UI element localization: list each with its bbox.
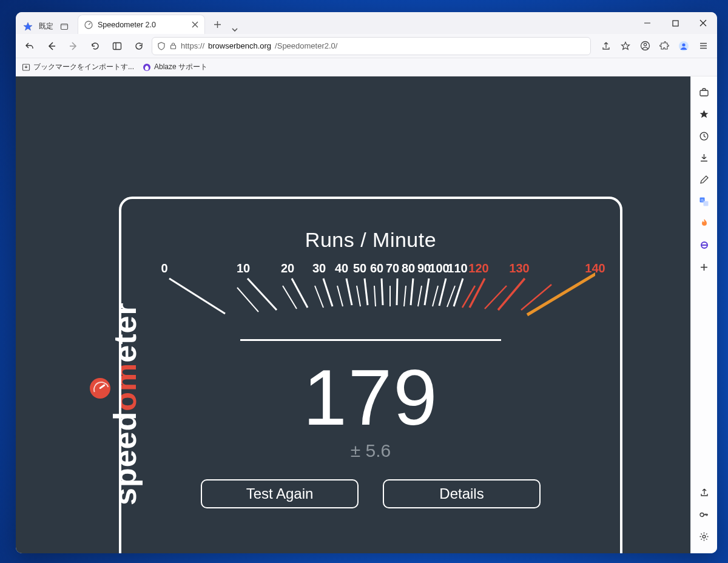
profile-button[interactable] bbox=[675, 37, 693, 55]
svg-marker-8 bbox=[622, 42, 630, 49]
workspace-icon bbox=[23, 22, 33, 32]
svg-line-35 bbox=[433, 286, 438, 306]
content-area: speedometer Runs / Minute bbox=[16, 76, 717, 553]
sidebar-settings-icon[interactable] bbox=[695, 527, 714, 546]
sidebar-devtools-icon[interactable] bbox=[695, 235, 714, 255]
reload-button[interactable] bbox=[86, 37, 104, 55]
svg-rect-5 bbox=[113, 42, 121, 49]
bookmark-ablaze-label: Ablaze サポート bbox=[154, 62, 207, 72]
svg-rect-2 bbox=[61, 24, 68, 25]
svg-marker-0 bbox=[24, 22, 32, 30]
window-close-button[interactable] bbox=[689, 12, 717, 34]
svg-line-20 bbox=[323, 278, 332, 306]
share-button[interactable] bbox=[597, 37, 615, 55]
forward-button[interactable] bbox=[64, 37, 83, 55]
sidebar-downloads-icon[interactable] bbox=[695, 148, 714, 167]
svg-line-38 bbox=[470, 278, 485, 308]
sidebar-key-icon[interactable] bbox=[695, 505, 714, 524]
refresh-button[interactable] bbox=[130, 37, 148, 55]
active-tab[interactable]: Speedometer 2.0 bbox=[78, 15, 205, 34]
svg-rect-44 bbox=[700, 90, 708, 96]
gauge-tick-10: 10 bbox=[237, 261, 250, 275]
sidebar-translate-icon[interactable]: G bbox=[695, 192, 714, 211]
svg-line-34 bbox=[439, 278, 446, 306]
svg-line-28 bbox=[397, 278, 397, 305]
gauge-tick-140: 140 bbox=[585, 261, 605, 275]
url-host: browserbench.org bbox=[208, 41, 271, 50]
svg-point-51 bbox=[703, 535, 706, 538]
svg-line-15 bbox=[169, 278, 225, 314]
address-bar[interactable]: https://browserbench.org/Speedometer2.0/ bbox=[152, 37, 591, 55]
score-plusminus: ± 5.6 bbox=[121, 440, 620, 461]
gauge-tick-0: 0 bbox=[161, 261, 167, 275]
bookmark-star-button[interactable] bbox=[616, 37, 635, 55]
score-value: 179 bbox=[121, 352, 620, 443]
svg-rect-7 bbox=[171, 46, 176, 49]
workspace-pin[interactable]: 既定 bbox=[16, 21, 75, 34]
svg-line-18 bbox=[292, 278, 308, 308]
extensions-button[interactable] bbox=[655, 37, 673, 55]
import-bookmarks-label: ブックマークをインポートす... bbox=[33, 62, 134, 72]
gauge-baseline bbox=[240, 339, 501, 341]
svg-point-10 bbox=[644, 43, 646, 46]
sidebar-flame-icon[interactable] bbox=[695, 214, 714, 233]
window-controls bbox=[633, 12, 717, 34]
url-path: /Speedometer2.0/ bbox=[275, 41, 337, 50]
svg-text:G: G bbox=[701, 198, 704, 201]
gauge-tick-130: 130 bbox=[509, 261, 529, 275]
minimize-button[interactable] bbox=[633, 12, 661, 34]
undo-close-tab-button[interactable] bbox=[21, 37, 39, 55]
shield-icon[interactable] bbox=[157, 42, 166, 50]
svg-line-42 bbox=[527, 271, 595, 315]
svg-line-21 bbox=[315, 286, 323, 308]
gauge-tick-110: 110 bbox=[447, 261, 467, 275]
details-button[interactable]: Details bbox=[383, 479, 541, 508]
sidebar-bookmarks-icon[interactable] bbox=[695, 104, 714, 124]
import-icon bbox=[22, 63, 30, 72]
svg-line-22 bbox=[346, 278, 352, 305]
container-icon[interactable] bbox=[59, 22, 69, 32]
result-panel: Runs / Minute bbox=[119, 197, 622, 553]
test-again-button[interactable]: Test Again bbox=[201, 479, 359, 508]
svg-line-24 bbox=[365, 278, 368, 305]
sidebar-addpanel-button[interactable] bbox=[695, 257, 714, 277]
navbar: https://browserbench.org/Speedometer2.0/ bbox=[16, 34, 717, 58]
maximize-button[interactable] bbox=[661, 12, 689, 34]
svg-line-31 bbox=[404, 286, 406, 306]
sidebar-share-icon[interactable] bbox=[695, 483, 714, 502]
gauge-tick-80: 80 bbox=[402, 261, 415, 275]
svg-point-12 bbox=[682, 43, 685, 46]
tab-title: Speedometer 2.0 bbox=[98, 21, 156, 29]
tab-close-button[interactable] bbox=[192, 21, 198, 28]
gauge-tick-40: 40 bbox=[335, 261, 348, 275]
svg-rect-4 bbox=[673, 21, 678, 26]
svg-line-30 bbox=[411, 278, 413, 305]
bookmarks-bar: ブックマークをインポートす... Ablaze サポート bbox=[16, 58, 717, 76]
new-tab-button[interactable] bbox=[209, 16, 226, 33]
right-sidebar: G bbox=[690, 76, 717, 553]
tab-overflow-button[interactable] bbox=[226, 25, 244, 34]
svg-line-23 bbox=[337, 286, 343, 306]
gauge-tick-100: 100 bbox=[429, 261, 449, 275]
svg-point-50 bbox=[700, 513, 704, 516]
import-bookmarks-button[interactable]: ブックマークをインポートす... bbox=[22, 62, 134, 72]
bookmark-ablaze[interactable]: Ablaze サポート bbox=[143, 62, 207, 72]
account-button[interactable] bbox=[636, 37, 654, 55]
sidebar-briefcase-icon[interactable] bbox=[695, 83, 714, 102]
back-button[interactable] bbox=[42, 37, 61, 55]
sidebar-history-icon[interactable] bbox=[695, 126, 714, 146]
svg-line-25 bbox=[357, 286, 360, 306]
result-heading: Runs / Minute bbox=[121, 228, 620, 252]
url-scheme: https:// bbox=[181, 41, 204, 50]
lock-icon[interactable] bbox=[169, 42, 177, 50]
ablaze-icon bbox=[143, 63, 151, 72]
app-menu-button[interactable] bbox=[694, 37, 712, 55]
sidebar-notes-icon[interactable] bbox=[695, 170, 714, 189]
gauge-tick-70: 70 bbox=[386, 261, 399, 275]
sidebar-toggle-button[interactable] bbox=[108, 37, 126, 55]
titlebar: 既定 Speedometer 2.0 bbox=[16, 12, 717, 34]
gauge-tick-50: 50 bbox=[353, 261, 366, 275]
svg-rect-48 bbox=[704, 201, 709, 206]
svg-line-39 bbox=[462, 286, 475, 308]
svg-line-16 bbox=[248, 278, 277, 310]
